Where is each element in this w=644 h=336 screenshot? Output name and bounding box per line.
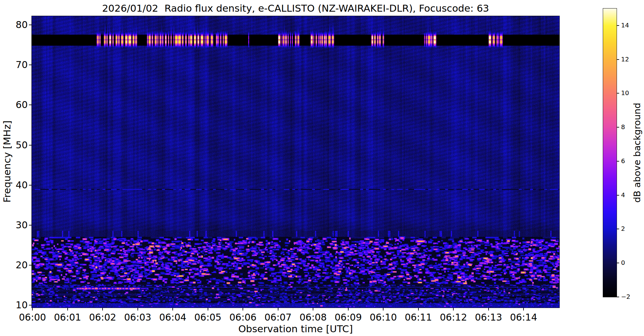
x-tick-mark [278,308,278,310]
colorbar-tick-label: 10 [621,89,643,97]
y-tick-label: 20 [8,259,28,271]
plot-area [31,16,560,308]
spectrogram-canvas [32,16,559,308]
colorbar-tick-label: 12 [621,55,643,63]
x-axis-label: Observation time [UTC] [32,323,559,334]
y-tick-mark [29,105,31,105]
x-tick-mark [348,308,349,310]
colorbar-tick-label: 8 [621,123,643,131]
colorbar-tick-mark [617,59,619,60]
colorbar [603,8,617,297]
colorbar-tick-mark [617,195,619,196]
x-tick-mark [243,308,243,310]
x-tick-mark [172,308,173,310]
y-tick-mark [29,185,31,185]
x-tick-mark [67,308,68,310]
x-tick-mark [418,308,419,310]
x-tick-mark [313,308,313,310]
y-tick-label: 60 [8,99,28,110]
y-tick-label: 10 [8,299,28,310]
y-tick-mark [29,65,31,65]
y-tick-mark [29,145,31,145]
x-tick-mark [102,308,103,310]
colorbar-label: dB above background [632,74,642,231]
x-tick-mark [488,308,489,310]
colorbar-tick-label: 4 [621,191,643,199]
y-tick-label: 40 [8,179,28,191]
x-tick-mark [383,308,384,310]
colorbar-tick-label: −2 [621,293,643,300]
colorbar-tick-label: 2 [621,225,643,232]
colorbar-tick-label: 0 [621,259,643,266]
x-tick-mark [523,308,524,310]
y-tick-label: 70 [8,59,28,70]
y-tick-label: 50 [8,140,28,151]
colorbar-tick-mark [617,127,619,128]
colorbar-canvas [603,9,617,297]
y-axis-label: Frequency [MHz] [1,99,13,225]
x-tick-mark [208,308,208,310]
colorbar-tick-label: 6 [621,157,643,165]
y-tick-label: 30 [8,219,28,231]
colorbar-tick-mark [617,161,619,162]
y-tick-label: 80 [8,19,28,30]
x-tick-mark [453,308,454,310]
y-tick-mark [29,305,31,305]
y-tick-mark [29,25,31,25]
colorbar-tick-label: 14 [621,21,643,29]
colorbar-tick-mark [617,229,619,229]
colorbar-tick-mark [617,263,619,263]
x-tick-mark [137,308,138,310]
spectrogram-figure: 2026/01/02 Radio flux density, e-CALLIST… [0,0,644,336]
figure-title: 2026/01/02 Radio flux density, e-CALLIST… [32,3,559,14]
y-tick-mark [29,225,31,225]
colorbar-tick-mark [617,25,619,26]
colorbar-tick-mark [617,93,619,94]
colorbar-tick-mark [617,297,619,297]
x-tick-label: 06:14 [501,312,546,323]
y-tick-mark [29,265,31,265]
x-tick-mark [32,308,33,310]
